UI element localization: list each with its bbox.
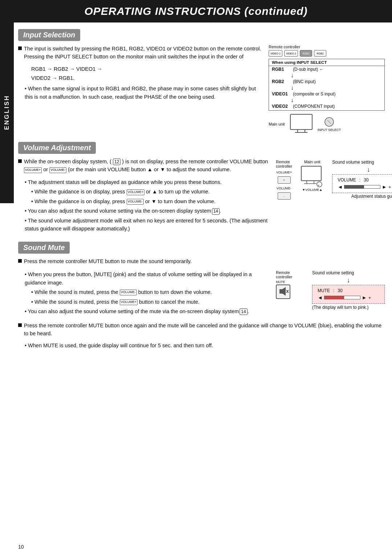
input-para1-row: The input is switched by pressing the RG…	[18, 45, 261, 63]
input-selection-header: Input Selection	[18, 29, 80, 41]
mute-bullet1: • When you press the button, [MUTE] (pin…	[25, 270, 270, 287]
adjustment-guidance-label: Adjustment status guidance	[332, 194, 392, 199]
mute-arrow-down: ↓	[312, 277, 385, 284]
vol-plus-btn[interactable]: +	[278, 176, 291, 184]
mute-btn-label: MUTE	[276, 280, 305, 284]
bar-fill	[344, 185, 364, 188]
volume-display-box: VOLUME : 30 ◄ ► +	[332, 174, 392, 193]
svg-text:▲: ▲	[318, 184, 320, 186]
mute-bar-right: ►	[362, 295, 367, 300]
main-unit-label: Main unit	[269, 122, 285, 126]
remote-controller-diagram: Remote controller VIDEO 1 VIDEO 2 RGB1 R…	[269, 45, 385, 57]
svg-rect-0	[290, 114, 312, 130]
vol-plus-tag: VOLUME+	[276, 171, 292, 174]
mute-bar-fill	[324, 296, 344, 299]
mute-layout: • When you press the button, [MUTE] (pin…	[18, 270, 385, 317]
input-select-table: When using INPUT SELECT RGB1 (D-sub inpu…	[269, 59, 385, 111]
sound-mute-section: Sound Mute Press the remote controller M…	[18, 242, 385, 349]
mute-label-row: MUTE : 30	[318, 288, 379, 293]
vol-knob-labels: ▼VOLUME▲	[302, 188, 322, 192]
sidebar-label: ENGLISH	[3, 95, 11, 130]
mute-sound-vol-label: Sound volume setting	[312, 270, 385, 275]
mute-para1: Press the remote controller MUTE button …	[24, 257, 192, 265]
monitor-sketch	[289, 114, 314, 135]
mute-para2: Press the remote controller MUTE button …	[24, 321, 385, 338]
remote-vol-col: Remote controller VOLUME+ + VOLUME- -	[276, 160, 292, 200]
input-para1: The input is switched by pressing the RG…	[24, 46, 261, 60]
rgb1-btn[interactable]: RGB1	[300, 50, 312, 57]
vol-bullet1b: • While the guidance is on display, pres…	[31, 197, 270, 205]
input-select-button-area: INPUT SELECT	[318, 116, 341, 132]
vol-para1-row: While the on-screen display system, ( 12…	[18, 157, 270, 176]
mute-bullet1b: • While the sound is muted, press the VO…	[31, 298, 270, 306]
mute-diagram-col: Remote controller MUTE	[276, 270, 385, 310]
main-unit-vol-col: Main unit ▲ ▼VOLUME▲	[299, 160, 325, 192]
mute-bar: ◄ ► +	[318, 295, 379, 300]
mute-diagram-inner: Remote controller MUTE	[276, 270, 385, 310]
bullet-icon	[18, 46, 22, 50]
mute-display-col: Sound volume setting ↓ MUTE : 30 ◄	[312, 270, 385, 310]
volume-adjustment-section: Volume Adjustment While the on-screen di…	[18, 142, 385, 234]
svg-rect-6	[301, 166, 321, 181]
vol-bullet1a: • While the guidance is on display, pres…	[31, 188, 270, 196]
input-selection-section: Input Selection The input is switched by…	[18, 29, 385, 135]
vol-minus-label: VOLUME-	[49, 167, 66, 173]
mute-bar-track	[324, 296, 360, 299]
ref-14b: 14	[240, 308, 247, 315]
video2-row: VIDEO2 (COMPONENT input)	[269, 103, 384, 110]
arrow-down-3: ↓	[291, 97, 384, 103]
vol-display-col: Sound volume setting ↓ VOLUME : 30 ◄	[332, 160, 392, 199]
remote-label: Remote controller	[269, 45, 385, 49]
vol-bullet3: • The sound volume adjustment mode will …	[25, 217, 270, 233]
volume-diagram-col: Remote controller VOLUME+ + VOLUME- - Ma…	[276, 157, 385, 200]
input-select-label: INPUT SELECT	[318, 128, 341, 132]
volume-bar: ◄ ► +	[338, 184, 392, 190]
vol-bullet1: • The adjustment status will be displaye…	[25, 178, 270, 186]
mute-para1-row: Press the remote controller MUTE button …	[18, 257, 385, 267]
rgb2-row: RGB2 (BNC input)	[269, 78, 384, 85]
svg-marker-13	[282, 287, 286, 296]
sound-mute-title: Sound Mute	[23, 243, 65, 251]
input-select-svg	[324, 116, 335, 127]
svg-rect-12	[279, 289, 282, 294]
ref-12: 12	[113, 159, 121, 165]
page-number: 10	[18, 544, 24, 550]
input-para2: • When the same signal is input to RGB1 …	[25, 85, 261, 101]
mute-bullet1a: • While the sound is muted, press the VO…	[31, 288, 270, 296]
header-title: OPERATING INSTRUCTIONS (continued)	[84, 5, 307, 17]
rgb1-row: RGB1 (D-sub input) ←	[269, 66, 384, 73]
mute-bullet3: • When MUTE is used, the guide display w…	[25, 341, 385, 349]
vol-arrow-down: ↓	[332, 166, 392, 173]
mute-para2-row: Press the remote controller MUTE button …	[18, 321, 385, 340]
bar-track	[344, 185, 380, 189]
arrow-down-2: ↓	[291, 85, 384, 91]
bullet-icon	[18, 259, 22, 263]
rgb2-btn[interactable]: RGB2	[314, 50, 326, 57]
video1-btn[interactable]: VIDEO 1	[269, 50, 282, 57]
mute-bar-left: ◄	[318, 295, 323, 300]
input-select-header: When using INPUT SELECT	[269, 59, 384, 66]
remote-buttons-row: VIDEO 1 VIDEO 2 RGB1 RGB2	[269, 50, 385, 57]
mute-text-col: • When you press the button, [MUTE] (pin…	[18, 270, 270, 317]
page-header: OPERATING INSTRUCTIONS (continued)	[0, 0, 392, 22]
english-sidebar: ENGLISH	[0, 22, 14, 203]
mute-btn[interactable]	[276, 284, 290, 299]
volume-adjustment-header: Volume Adjustment	[18, 142, 96, 154]
bullet-icon	[18, 159, 22, 163]
pink-note: (The display will turn to pink.)	[312, 305, 385, 310]
input-diagram: Remote controller VIDEO 1 VIDEO 2 RGB1 R…	[269, 45, 385, 135]
mute-bullet2: • You can also adjust the sound volume s…	[25, 307, 270, 315]
main-unit-diagram: Main unit	[269, 114, 385, 135]
vol-plus-label: VOLUME+	[24, 167, 42, 173]
sound-vol-label: Sound volume setting	[332, 160, 392, 165]
mute-remote-col: Remote controller MUTE	[276, 270, 305, 299]
mute-remote-label: Remote controller	[276, 270, 305, 279]
vol-minus-tag: VOLUME-	[277, 187, 291, 190]
remote-vol-diagram: Remote controller VOLUME+ + VOLUME- - Ma…	[276, 160, 385, 200]
vol-minus-btn[interactable]: -	[278, 192, 291, 200]
video2-btn[interactable]: VIDEO 2	[284, 50, 298, 57]
volume-title: Volume Adjustment	[23, 144, 91, 152]
mute-display-box: MUTE : 30 ◄ ► +	[312, 285, 385, 304]
volume-text-col: While the on-screen display system, ( 12…	[18, 157, 270, 234]
bullet-icon	[18, 323, 22, 327]
